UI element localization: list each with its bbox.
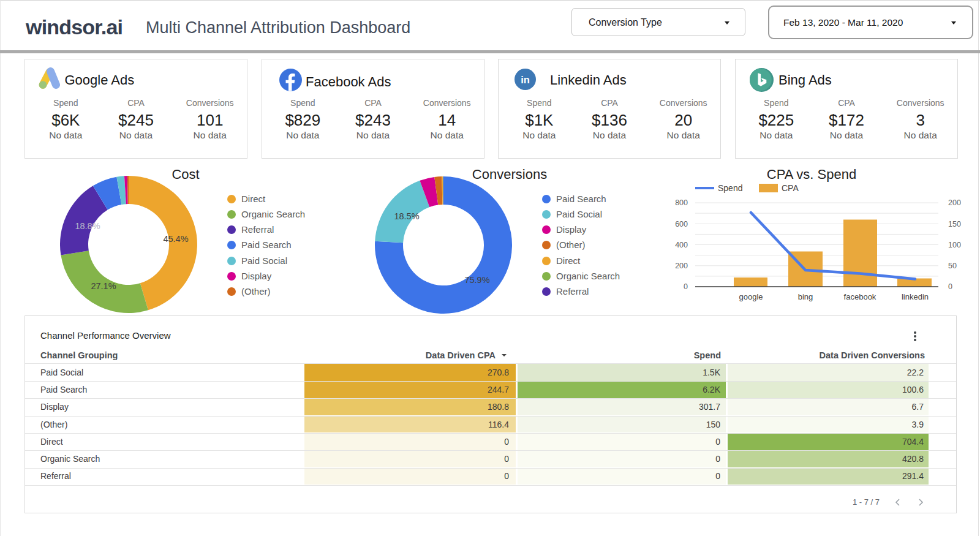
svg-text:in: in [521,74,530,86]
